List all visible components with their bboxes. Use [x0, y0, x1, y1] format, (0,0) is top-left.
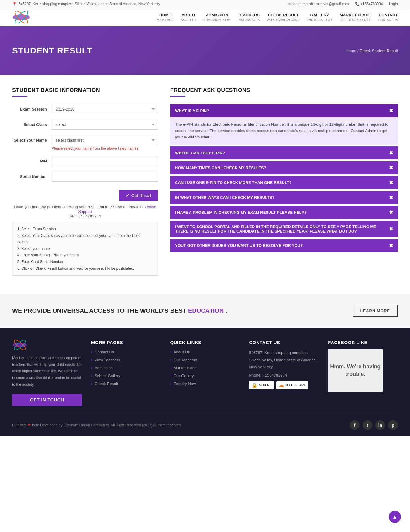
footer-link-market-place[interactable]: Market Place [170, 365, 240, 370]
promo-text-start: WE PROVIDE UNIVERSAL ACCESS TO THE WORLD… [12, 307, 186, 314]
navbar: HOME MAIN PAGE ABOUT ABOUT US ADMISSION … [0, 8, 410, 26]
footer-link-enquiry-now[interactable]: Enquiry Now [170, 381, 240, 386]
footer-link-admission[interactable]: Admission [91, 365, 161, 370]
nav-contact[interactable]: CONTACT CONTACT US [378, 13, 398, 22]
pin-label: PIN [12, 156, 52, 164]
exam-session-select[interactable]: 2019-2020 2018-2019 2017-2018 [52, 104, 158, 114]
linkedin-social-icon[interactable]: in [375, 420, 385, 430]
name-error-text: Please select your name from the above l… [52, 146, 158, 151]
nav-check-result[interactable]: CHECK RESULT WITH SCRATCH CARD [267, 13, 299, 22]
footer-quick-links-col: QUICK LINKS About Us Our Teachers Market… [170, 340, 240, 406]
hero-section: STUDENT RESULT Home / Check Student Resu… [0, 26, 410, 75]
faq-item-3: HOW MANY TIMES CAN I CHECK MY RESULTS? ✖ [170, 161, 398, 174]
footer-grid: Meet our able, gallant and most competen… [12, 340, 398, 406]
login-link[interactable]: Login [389, 2, 398, 6]
faq-toggle-2: ✖ [389, 150, 393, 156]
pin-input[interactable] [52, 156, 158, 166]
faq-header-3[interactable]: HOW MANY TIMES CAN I CHECK MY RESULTS? ✖ [170, 161, 398, 174]
step-5: 5. Enter Card Serial Number. [17, 259, 153, 265]
faq-toggle-8: ✖ [389, 243, 393, 248]
footer-description: Meet our able, gallant and most competen… [12, 355, 82, 388]
step-3: 3. Select your name [17, 246, 153, 252]
check-icon: ✔ [126, 193, 129, 198]
faq-item-5: IN WHAT OTHER WAYS CAN I CHECK MY RESULT… [170, 191, 398, 204]
facebook-social-icon[interactable]: f [350, 420, 360, 430]
footer-link-check-result[interactable]: Check Result [91, 381, 161, 386]
faq-header-1[interactable]: WHAT IS A E-PIN? ✖ [170, 104, 398, 117]
pinterest-social-icon[interactable]: p [388, 420, 398, 430]
faq-question-1: WHAT IS A E-PIN? [175, 108, 209, 113]
nav-about[interactable]: ABOUT ABOUT US [181, 13, 196, 22]
footer-link-our-teachers[interactable]: Our Teachers [170, 357, 240, 363]
faq-header-5[interactable]: IN WHAT OTHER WAYS CAN I CHECK MY RESULT… [170, 191, 398, 204]
select-name-group: Select Your Name select class first Plea… [12, 135, 158, 151]
logo[interactable] [12, 11, 49, 23]
serial-group: Serial Number [12, 172, 158, 182]
footer-logo [12, 340, 82, 351]
secure-badge: 🔒 SECURE [249, 381, 274, 389]
section-underline [12, 96, 27, 97]
footer-more-pages-col: MORE PAGES Contact Us View Teachers Admi… [91, 340, 161, 406]
footer-link-school-gallery[interactable]: School Gallery [91, 373, 161, 378]
phone-icon: 📞 [355, 2, 360, 6]
faq-header-4[interactable]: CAN I USE ONE E-PIN TO CHECK MORE THAN O… [170, 176, 398, 189]
nav-admission[interactable]: ADMISSION ADMISSION FORM [204, 13, 230, 22]
promo-text-end: . [226, 307, 227, 314]
nav-links: HOME MAIN PAGE ABOUT ABOUT US ADMISSION … [157, 13, 398, 22]
select-class-wrap: select [52, 120, 158, 130]
faq-item-4: CAN I USE ONE E-PIN TO CHECK MORE THAN O… [170, 176, 398, 189]
get-result-button[interactable]: ✔ Get Result [119, 190, 158, 201]
faq-header-8[interactable]: YOUT GOT OTHER ISSUES YOU WANT US TO RES… [170, 239, 398, 252]
phone-link[interactable]: 📞 +1564783934 [355, 2, 383, 6]
learn-more-button[interactable]: LEARN MORE [353, 305, 398, 317]
facebook-box: Hmm. We're having trouble. [328, 349, 383, 392]
faq-header-7[interactable]: I WENT TO SCHOOL PORTAL AND FILLED IN TH… [170, 221, 398, 237]
serial-input[interactable] [52, 172, 158, 182]
footer-contact-phone: Phone: +1564783934 [249, 373, 319, 377]
footer-link-about-us[interactable]: About Us [170, 349, 240, 355]
faq-toggle-5: ✖ [389, 195, 393, 200]
email-link[interactable]: ✉ optimumproblemsolver@gmail.com [288, 2, 349, 6]
shield-icon: 🔒 [251, 382, 257, 388]
select-class-select[interactable]: select [52, 120, 158, 130]
twitter-social-icon[interactable]: t [363, 420, 372, 430]
breadcrumb-home[interactable]: Home [346, 49, 357, 53]
faq-toggle-1: ✖ [389, 108, 393, 114]
faq-header-2[interactable]: WHERE CAN I BUY E-PIN? ✖ [170, 146, 398, 159]
promo-bar: WE PROVIDE UNIVERSAL ACCESS TO THE WORLD… [0, 294, 410, 328]
select-name-select[interactable]: select class first [52, 135, 158, 145]
nav-gallery[interactable]: GALLERY PHOTO GALLERY [307, 13, 332, 22]
get-in-touch-button[interactable]: GET IN TOUCH [12, 394, 82, 406]
top-bar-right: ✉ optimumproblemsolver@gmail.com 📞 +1564… [288, 2, 398, 6]
nav-teachers[interactable]: TEACHERS INSTURCTORS [238, 13, 260, 22]
faq-question-7: I WENT TO SCHOOL PORTAL AND FILLED IN TH… [175, 224, 389, 234]
step-6: 6. Click on Check Result button and wait… [17, 265, 153, 272]
address-text: 546787, Kertz shopping complext, Silicon… [19, 2, 160, 6]
nav-home[interactable]: HOME MAIN PAGE [157, 13, 174, 22]
faq-item-2: WHERE CAN I BUY E-PIN? ✖ [170, 146, 398, 159]
exam-session-wrap: 2019-2020 2018-2019 2017-2018 [52, 104, 158, 114]
top-bar-address: 📍 546787, Kertz shopping complext, Silic… [12, 2, 160, 6]
footer-link-view-teachers[interactable]: View Teachers [91, 357, 161, 363]
promo-text: WE PROVIDE UNIVERSAL ACCESS TO THE WORLD… [12, 307, 227, 314]
top-bar: 📍 546787, Kertz shopping complext, Silic… [0, 0, 410, 8]
select-class-group: Select Class select [12, 120, 158, 130]
footer-quick-links-title: QUICK LINKS [170, 340, 240, 345]
footer-link-contact-us[interactable]: Contact Us [91, 349, 161, 355]
faq-item-7: I WENT TO SCHOOL PORTAL AND FILLED IN TH… [170, 221, 398, 237]
faq-panel: FREQUENT ASK QUESTIONS WHAT IS A E-PIN? … [170, 87, 398, 276]
footer-link-our-gallery[interactable]: Our Gallery [170, 373, 240, 378]
faq-item-8: YOUT GOT OTHER ISSUES YOU WANT US TO RES… [170, 239, 398, 252]
faq-body-1: The e-PIN stands for Electronic Personal… [170, 117, 398, 145]
get-result-wrap: ✔ Get Result [52, 187, 158, 201]
select-class-label: Select Class [12, 120, 52, 128]
footer: Meet our able, gallant and most competen… [0, 328, 410, 436]
main-content: STUDENT BASIC INFORMATION Exam Session 2… [0, 75, 410, 288]
faq-item-6: I HAVE A PROBLEM IN CHECKING MY EXAM RES… [170, 206, 398, 219]
exam-session-label: Exam Session [12, 104, 52, 112]
footer-badges: 🔒 SECURE ☁ CLOUDFLARE [249, 381, 319, 389]
faq-header-6[interactable]: I HAVE A PROBLEM IN CHECKING MY EXAM RES… [170, 206, 398, 219]
select-name-label: Select Your Name [12, 135, 52, 143]
svg-point-0 [13, 14, 30, 20]
nav-market-place[interactable]: MARKET PLACE PARENTS AND STAFF [339, 13, 371, 22]
